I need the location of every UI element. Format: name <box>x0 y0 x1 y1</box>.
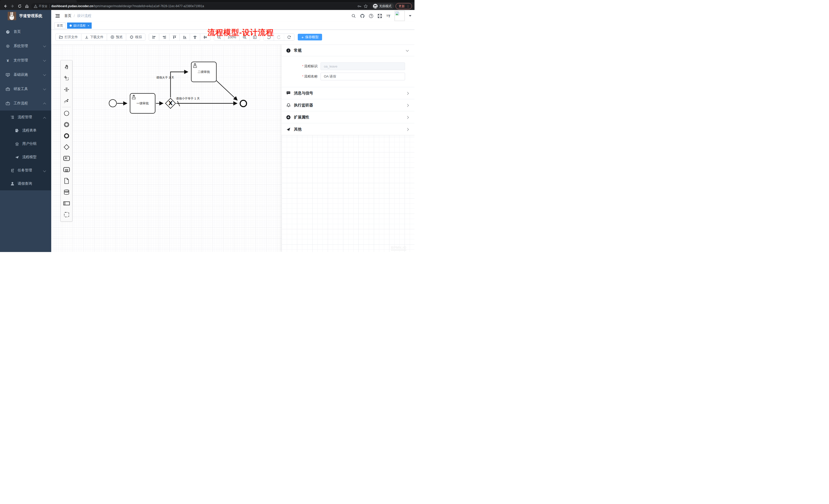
create-data-store[interactable] <box>61 187 72 198</box>
preview-button[interactable]: 预览 <box>107 34 126 40</box>
condition-label-gt3days[interactable]: 请假大于 3 天 <box>148 76 182 80</box>
section-other[interactable]: 其他 <box>282 123 414 135</box>
back-icon[interactable] <box>3 3 8 9</box>
download-file-button[interactable]: 下载文件 <box>81 34 107 40</box>
section-extended-attributes[interactable]: 扩展属性 <box>282 111 414 123</box>
open-file-button[interactable]: 打开文件 <box>56 34 81 40</box>
sidebar-item-process-model[interactable]: 流程模型 <box>0 150 51 164</box>
user-task-level2[interactable]: 二级审批 <box>191 62 217 82</box>
security-label: 不安全 <box>39 4 48 8</box>
save-model-button[interactable]: + 保存模型 <box>298 34 322 40</box>
create-intermediate-event[interactable] <box>61 119 72 130</box>
sidebar-item-leave-query[interactable]: 请假查询 <box>0 177 51 190</box>
create-group[interactable] <box>61 209 72 220</box>
align-right-button[interactable] <box>159 34 170 40</box>
sidebar-item-process-form[interactable]: 流程表单 <box>0 124 51 137</box>
create-data-object[interactable] <box>61 175 72 187</box>
chevron-up-icon <box>43 103 46 105</box>
browser-update-button[interactable]: 更新 ⋮ <box>396 3 412 9</box>
section-title: 扩展属性 <box>294 115 309 120</box>
sidebar-item-task-mgmt[interactable]: 任务管理 <box>0 164 51 177</box>
browser-tab-strip <box>0 0 414 2</box>
incognito-badge[interactable]: 无痕模式 <box>372 3 394 9</box>
help-icon[interactable] <box>368 13 373 18</box>
browser-active-tab[interactable] <box>0 0 77 2</box>
lasso-tool[interactable] <box>61 73 72 84</box>
home-icon[interactable] <box>24 3 30 9</box>
restart-button[interactable] <box>284 34 294 40</box>
folder-icon <box>59 35 63 39</box>
sidebar-item-workflow[interactable]: 工作流程 <box>0 96 51 111</box>
create-subprocess[interactable] <box>61 164 72 175</box>
sidebar-item-user-group[interactable]: 用户分组 <box>0 137 51 150</box>
simulate-button[interactable]: 模拟 <box>126 34 145 40</box>
avatar-caret-icon[interactable] <box>409 15 411 16</box>
address-bar[interactable]: 不安全 dashboard.yudao.iocoder.cn/bpm/manag… <box>31 3 370 9</box>
sidebar-item-process-mgmt[interactable]: 流程管理 <box>0 111 51 124</box>
condition-label-le1day[interactable]: 请假小于等于 1 天 <box>176 97 200 101</box>
fit-viewport-button[interactable] <box>250 34 260 40</box>
sidebar-item-label: 系统管理 <box>13 44 28 48</box>
font-size-icon[interactable]: TT <box>386 13 391 18</box>
align-center-vertical-button[interactable] <box>200 34 210 40</box>
global-connect-tool[interactable] <box>61 95 72 107</box>
avatar[interactable] <box>395 11 405 21</box>
create-start-event[interactable] <box>61 108 72 119</box>
redo-button[interactable] <box>274 34 284 40</box>
align-center-horizontal-button[interactable] <box>190 34 200 40</box>
section-message-signal[interactable]: 消息与信号 <box>282 87 414 99</box>
sidebar-item-devtools[interactable]: 研发工具 <box>0 82 51 96</box>
url-text[interactable]: dashboard.yudao.iocoder.cn/bpm/manager/m… <box>51 4 356 8</box>
plus-icon: + <box>301 35 304 39</box>
exclusive-gateway[interactable]: X <box>165 98 176 109</box>
field-label: *流程标识 <box>282 64 321 69</box>
tag-design-process[interactable]: 设计流程 × <box>67 23 92 29</box>
collapse-sidebar-icon[interactable] <box>55 13 60 18</box>
sidebar-item-home[interactable]: 首页 <box>0 25 51 39</box>
zoom-out-button[interactable] <box>214 34 224 40</box>
section-execution-listener[interactable]: 执行监听器 <box>282 99 414 111</box>
create-user-task[interactable] <box>61 153 72 164</box>
reload-icon[interactable] <box>17 3 23 9</box>
tag-label: 首页 <box>57 24 63 28</box>
process-key-input[interactable] <box>321 63 405 70</box>
breadcrumb-home[interactable]: 首页 <box>64 13 71 18</box>
zoom-in-button[interactable] <box>240 34 250 40</box>
start-event[interactable] <box>109 99 117 107</box>
zoom-level[interactable]: 100% <box>224 34 240 40</box>
align-left-button[interactable] <box>149 34 159 40</box>
align-top-button[interactable] <box>170 34 180 40</box>
bookmark-star-icon[interactable] <box>364 4 368 8</box>
key-icon[interactable] <box>357 4 361 8</box>
dashboard-icon <box>6 30 10 34</box>
github-icon[interactable] <box>360 13 365 18</box>
create-gateway[interactable] <box>61 142 72 153</box>
security-chip[interactable]: 不安全 <box>34 4 48 8</box>
end-event[interactable] <box>240 100 247 107</box>
search-icon[interactable] <box>351 13 356 18</box>
sidebar-item-infra[interactable]: 基础设施 <box>0 68 51 82</box>
tag-home[interactable]: 首页 <box>54 23 66 29</box>
create-participant[interactable] <box>61 198 72 209</box>
app-logo-row[interactable]: 芋道管理系统 <box>0 10 51 22</box>
fullscreen-icon[interactable] <box>377 13 382 18</box>
bpmn-canvas[interactable]: 一级审批 二级审批 X 请假大于 3 天 请假小于等于 1 天 <box>51 44 414 252</box>
forward-icon[interactable] <box>10 3 15 9</box>
monitor-icon <box>6 73 10 77</box>
undo-button[interactable] <box>264 34 274 40</box>
space-tool[interactable] <box>61 84 72 95</box>
user-task-level1[interactable]: 一级审批 <box>130 93 155 114</box>
gear-icon <box>6 44 10 48</box>
sidebar-item-system[interactable]: 系统管理 <box>0 39 51 53</box>
section-general[interactable]: i 常规 <box>282 45 414 56</box>
sidebar-item-label: 用户分组 <box>22 142 37 146</box>
sidebar-item-label: 首页 <box>13 30 21 34</box>
hand-tool[interactable] <box>61 62 72 73</box>
browser-menu-icon[interactable]: ⋮ <box>406 5 410 8</box>
create-end-event[interactable] <box>61 130 72 142</box>
workflow-submenu: 流程管理 流程表单 用户分组 <box>0 111 51 190</box>
close-icon[interactable]: × <box>87 24 89 27</box>
sidebar-item-payment[interactable]: ¥ 支付管理 <box>0 53 51 68</box>
align-bottom-button[interactable] <box>180 34 190 40</box>
process-name-input[interactable] <box>321 73 405 80</box>
